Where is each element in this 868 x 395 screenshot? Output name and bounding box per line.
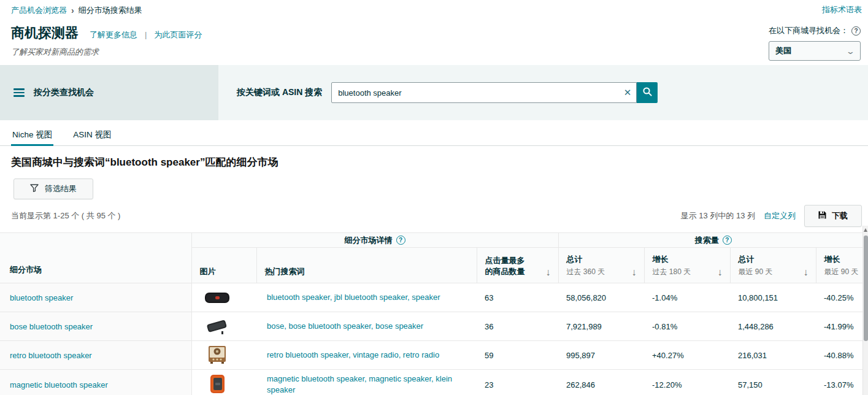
tab-asin-view[interactable]: ASIN 视图 <box>72 125 112 146</box>
search-volume-total-90-value: 1,448,286 <box>730 312 816 341</box>
save-disk-icon <box>818 211 826 221</box>
marketplace-value: 美国 <box>775 45 791 56</box>
search-volume-growth-90-value: -13.07% <box>816 370 868 395</box>
table-toolbar: 当前显示第 1-25 个 ( 共 95 个 ) 显示 13 列中的 13 列 自… <box>11 205 862 227</box>
chevron-down-icon: ⌄ <box>846 47 855 56</box>
results-heading: 美国商城中与搜索词“bluetooth speaker”匹配的细分市场 <box>11 155 868 169</box>
top-clicked-products-value: 63 <box>477 283 558 312</box>
niche-table: 细分市场 细分市场详情 ? 搜索量 ? <box>0 232 868 395</box>
search-volume-growth-180-value: -0.81% <box>644 312 730 341</box>
search-input[interactable] <box>331 82 637 103</box>
rate-page-link[interactable]: 为此页面评分 <box>154 29 202 40</box>
niche-link[interactable]: retro bluetooth speaker <box>10 351 92 360</box>
marketplace-selector: 在以下商城寻找机会： ? 美国 ⌄ <box>769 25 861 61</box>
column-header-top-clicked-products[interactable]: 点击量最多的商品数量 ↓ <box>477 248 558 283</box>
title-row: 商机探测器 了解更多信息 | 为此页面评分 <box>11 24 862 42</box>
sort-down-icon[interactable]: ↓ <box>804 267 808 277</box>
scrollbar-thumb[interactable] <box>864 236 868 341</box>
learn-more-link[interactable]: 了解更多信息 <box>90 29 137 40</box>
table-row: bluetooth speaker bluetooth speaker, jbl… <box>0 283 868 312</box>
customize-columns-link[interactable]: 自定义列 <box>764 210 796 221</box>
columns-info: 显示 13 列中的 13 列 <box>681 210 755 221</box>
marketplace-dropdown[interactable]: 美国 ⌄ <box>769 41 861 61</box>
search-volume-growth-90-value: -40.88% <box>816 341 868 370</box>
view-tabs: Niche 视图 ASIN 视图 <box>0 125 868 146</box>
search-volume-total-360-value: 995,897 <box>558 341 644 370</box>
sort-down-icon[interactable]: ↓ <box>632 267 637 277</box>
search-volume-growth-90-value: -40.25% <box>816 283 868 312</box>
top-clicked-products-value: 59 <box>477 341 558 370</box>
search-volume-help-icon[interactable]: ? <box>723 236 732 245</box>
column-header-growth-90[interactable]: 增长最近 90 天 <box>816 248 868 283</box>
top-search-terms-link[interactable]: retro bluetooth speaker, vintage radio, … <box>267 350 439 359</box>
browse-categories-label: 按分类查找机会 <box>34 87 94 98</box>
showing-count: 当前显示第 1-25 个 ( 共 95 个 ) <box>11 210 120 221</box>
search-volume-growth-180-value: -1.04% <box>644 283 730 312</box>
column-header-total-360[interactable]: 总计过去 360 天 ↓ <box>558 248 644 283</box>
breadcrumb-home-link[interactable]: 产品机会浏览器 <box>11 5 67 16</box>
top-search-terms-link[interactable]: bose, bose bluetooth speaker, bose speak… <box>267 321 423 331</box>
product-image[interactable] <box>203 345 231 364</box>
browse-categories-button[interactable]: 按分类查找机会 <box>0 65 218 120</box>
page-title: 商机探测器 <box>11 24 79 42</box>
page-subtitle: 了解买家对新商品的需求 <box>11 47 862 58</box>
column-header-niche[interactable]: 细分市场 <box>0 233 191 283</box>
breadcrumb-current: 细分市场搜索结果 <box>79 5 142 16</box>
table-row: bose bluetooth speaker bose, bose blueto… <box>0 312 868 341</box>
table-body: bluetooth speaker bluetooth speaker, jbl… <box>0 283 868 395</box>
search-band: 按分类查找机会 按关键词或 ASIN 搜索 ✕ <box>0 65 868 120</box>
product-image[interactable] <box>203 374 231 394</box>
search-label: 按关键词或 ASIN 搜索 <box>237 87 322 98</box>
group-header-niche-details: 细分市场详情 ? <box>191 233 558 248</box>
download-button[interactable]: 下载 <box>804 205 862 227</box>
clear-search-icon[interactable]: ✕ <box>624 86 632 99</box>
vertical-scrollbar[interactable] <box>862 226 868 395</box>
filter-results-label: 筛选结果 <box>45 183 77 194</box>
search-icon <box>642 86 653 99</box>
download-label: 下载 <box>832 210 848 221</box>
search-volume-growth-180-value: -12.20% <box>644 370 730 395</box>
niche-table-wrap: 细分市场 细分市场详情 ? 搜索量 ? <box>0 232 868 395</box>
breadcrumb-separator-icon: › <box>71 6 74 15</box>
sort-down-icon[interactable]: ↓ <box>718 267 723 277</box>
marketplace-label: 在以下商城寻找机会： <box>769 25 848 36</box>
search-volume-total-360-value: 58,056,820 <box>558 283 644 312</box>
niche-link[interactable]: bose bluetooth speaker <box>10 322 93 331</box>
filter-results-button[interactable]: 筛选结果 <box>13 178 93 199</box>
glossary-link[interactable]: 指标术语表 <box>822 4 862 15</box>
search-volume-total-90-value: 10,800,151 <box>730 283 816 312</box>
search-volume-growth-180-value: +40.27% <box>644 341 730 370</box>
table-row: retro bluetooth speaker retro bluetooth … <box>0 341 868 370</box>
search-volume-growth-90-value: -41.99% <box>816 312 868 341</box>
product-image[interactable] <box>203 316 231 336</box>
tab-niche-view[interactable]: Niche 视图 <box>11 125 53 146</box>
search-volume-total-360-value: 7,921,989 <box>558 312 644 341</box>
page-header: 产品机会浏览器 › 细分市场搜索结果 指标术语表 商机探测器 了解更多信息 | … <box>0 0 868 58</box>
product-image[interactable] <box>203 287 231 307</box>
column-header-growth-180[interactable]: 增长过去 180 天 ↓ <box>644 248 730 283</box>
column-header-total-90[interactable]: 总计最近 90 天 ↓ <box>730 248 816 283</box>
search-volume-total-90-value: 216,031 <box>730 341 816 370</box>
top-search-terms-link[interactable]: magnetic bluetooth speaker, magnetic spe… <box>267 374 452 394</box>
sort-down-icon[interactable]: ↓ <box>546 267 551 277</box>
link-divider: | <box>145 30 147 39</box>
opportunity-explorer-page: 产品机会浏览器 › 细分市场搜索结果 指标术语表 商机探测器 了解更多信息 | … <box>0 0 868 395</box>
niche-link[interactable]: bluetooth speaker <box>10 293 73 302</box>
column-header-top-search-terms: 热门搜索词 <box>256 248 477 283</box>
search-volume-total-90-value: 57,150 <box>730 370 816 395</box>
niche-details-help-icon[interactable]: ? <box>396 236 405 245</box>
group-header-search-volume: 搜索量 ? <box>558 233 868 248</box>
top-search-terms-link[interactable]: bluetooth speaker, jbl bluetooth speaker… <box>267 293 440 302</box>
top-clicked-products-value: 23 <box>477 370 558 395</box>
search-volume-total-360-value: 262,846 <box>558 370 644 395</box>
table-row: magnetic bluetooth speaker magnetic blue… <box>0 370 868 395</box>
funnel-icon <box>30 184 39 194</box>
scroll-up-icon[interactable] <box>864 228 867 232</box>
top-clicked-products-value: 36 <box>477 312 558 341</box>
column-header-image: 图片 <box>191 248 256 283</box>
hamburger-icon <box>13 88 25 97</box>
breadcrumb: 产品机会浏览器 › 细分市场搜索结果 <box>11 5 862 16</box>
search-button[interactable] <box>637 82 658 103</box>
niche-link[interactable]: magnetic bluetooth speaker <box>10 380 108 389</box>
marketplace-help-icon[interactable]: ? <box>851 26 861 36</box>
